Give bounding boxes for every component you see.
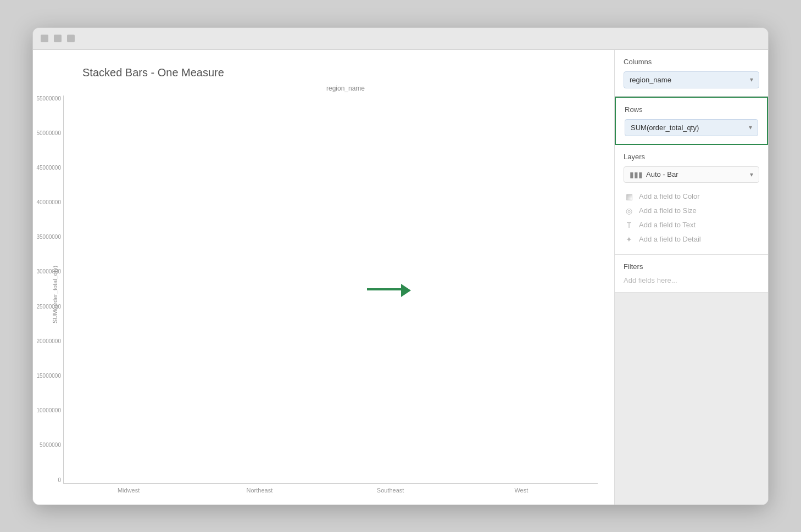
rows-field-pill[interactable]: SUM(order_total_qty) ▾ [625, 119, 758, 136]
chart-area: Stacked Bars - One Measure region_name S… [33, 50, 614, 505]
titlebar-btn-2[interactable] [54, 35, 62, 42]
chart-inner: SUM(order_total_qty) 0 5000000 10000000 … [49, 96, 598, 494]
size-field-label: Add a field to Size [639, 206, 697, 215]
y-tick: 50000000 [37, 130, 62, 136]
y-tick: 35000000 [37, 234, 62, 240]
y-tick: 10000000 [37, 407, 62, 413]
window-body: Stacked Bars - One Measure region_name S… [33, 50, 768, 505]
y-tick: 25000000 [37, 304, 62, 310]
chart-plot: 0 5000000 10000000 15000000 20000000 250… [63, 96, 598, 484]
y-tick: 20000000 [37, 338, 62, 344]
columns-section: Columns region_name ▾ [615, 50, 768, 97]
bars-container [64, 101, 587, 483]
detail-icon: ✦ [624, 235, 635, 244]
x-tick-northeast: Northeast [194, 487, 325, 494]
chevron-down-icon-layers: ▾ [750, 171, 753, 178]
chart-with-axes: 0 5000000 10000000 15000000 20000000 250… [63, 96, 598, 494]
y-ticks: 0 5000000 10000000 15000000 20000000 250… [37, 96, 62, 483]
bar-chart-icon: ▮▮▮ [630, 170, 643, 179]
rows-section: Rows SUM(order_total_qty) ▾ [615, 97, 768, 145]
app-window: Stacked Bars - One Measure region_name S… [32, 27, 769, 505]
x-axis: Midwest Northeast Southeast West [63, 484, 598, 494]
text-field-label: Add a field to Text [639, 221, 696, 229]
panel-gray-fill [615, 293, 768, 505]
x-tick-west: West [456, 487, 587, 494]
x-axis-header-label: region_name [93, 85, 598, 92]
y-tick: 55000000 [37, 96, 62, 102]
detail-field-row[interactable]: ✦ Add a field to Detail [624, 232, 759, 247]
filters-label: Filters [624, 262, 759, 271]
columns-field-pill[interactable]: region_name ▾ [624, 71, 759, 88]
layers-type-value: Auto - Bar [646, 170, 750, 178]
titlebar-btn-1[interactable] [41, 35, 48, 42]
y-tick: 5000000 [40, 442, 61, 448]
size-icon: ◎ [624, 206, 635, 215]
chart-title: Stacked Bars - One Measure [82, 66, 598, 79]
y-tick: 30000000 [37, 268, 62, 275]
detail-field-label: Add a field to Detail [639, 235, 701, 243]
chart-content: region_name SUM(order_total_qty) 0 50000… [49, 85, 598, 494]
size-field-row[interactable]: ◎ Add a field to Size [624, 204, 759, 218]
text-icon: T [624, 221, 635, 229]
y-tick: 45000000 [37, 165, 62, 171]
x-tick-midwest: Midwest [63, 487, 194, 494]
y-tick: 0 [58, 477, 61, 483]
color-field-row[interactable]: ▦ Add a field to Color [624, 189, 759, 204]
filters-section: Filters Add fields here... [615, 255, 768, 293]
titlebar-btn-3[interactable] [67, 35, 75, 42]
rows-label: Rows [625, 105, 758, 114]
color-field-label: Add a field to Color [639, 192, 700, 200]
y-tick: 40000000 [37, 199, 62, 205]
layers-type-dropdown[interactable]: ▮▮▮ Auto - Bar ▾ [624, 166, 759, 183]
right-panel: Columns region_name ▾ Rows SUM(order_tot… [614, 50, 768, 505]
text-field-row[interactable]: T Add a field to Text [624, 218, 759, 232]
x-tick-southeast: Southeast [325, 487, 456, 494]
color-icon: ▦ [624, 192, 635, 201]
layers-label: Layers [624, 153, 759, 161]
filters-placeholder[interactable]: Add fields here... [624, 276, 759, 284]
chevron-down-icon-rows: ▾ [749, 124, 752, 131]
columns-label: Columns [624, 58, 759, 66]
rows-field-value: SUM(order_total_qty) [631, 124, 699, 132]
layers-section: Layers ▮▮▮ Auto - Bar ▾ ▦ Add a field to… [615, 145, 768, 255]
titlebar [33, 28, 768, 50]
columns-field-value: region_name [630, 76, 671, 84]
y-tick: 15000000 [37, 373, 62, 379]
chevron-down-icon: ▾ [750, 76, 753, 83]
